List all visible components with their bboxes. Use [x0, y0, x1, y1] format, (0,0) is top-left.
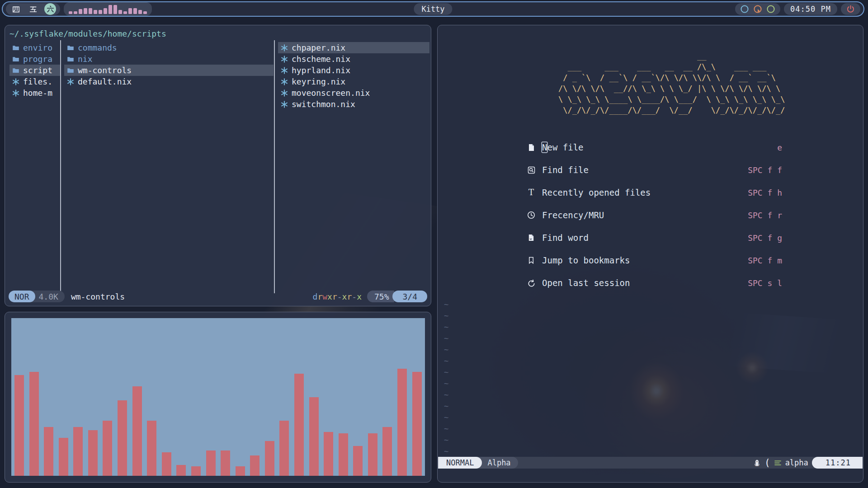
- menu-item-label: Jump to bookmarks: [542, 255, 630, 265]
- visualizer-bar: [44, 427, 53, 476]
- current-path: ~/.sysflake/modules/home/scripts: [9, 29, 166, 38]
- dashboard-menu-item[interactable]: Jump to bookmarksSPC f m: [526, 254, 782, 266]
- new-file-icon: [526, 143, 536, 152]
- column-divider: [60, 40, 61, 293]
- visualizer-bar: [103, 421, 112, 476]
- histogram-bar: [118, 10, 122, 14]
- session-icon: [526, 278, 536, 287]
- tilde-marker: ~: [444, 401, 448, 412]
- file-entry[interactable]: home-m: [9, 87, 60, 99]
- nix-icon: [278, 100, 288, 108]
- workspace-button-3[interactable]: [44, 3, 56, 15]
- nix-icon: [278, 78, 288, 85]
- dashboard-menu-item[interactable]: New filee: [526, 141, 782, 153]
- visualizer-bar: [206, 450, 216, 476]
- system-monitor-rings[interactable]: [735, 3, 780, 15]
- visualizer-bar: [353, 446, 363, 476]
- visualizer-bar: [88, 430, 98, 476]
- file-entry[interactable]: chpaper.nix: [278, 42, 429, 53]
- folder-icon: [64, 44, 75, 52]
- empty-line-tildes: ~~~~~~~~~~~~~~: [444, 299, 448, 457]
- tilde-marker: ~: [444, 378, 448, 389]
- tilde-marker: ~: [444, 423, 448, 435]
- list-lines-icon: [774, 459, 782, 467]
- file-entry[interactable]: progra: [9, 53, 60, 65]
- visualizer-bar: [132, 386, 142, 476]
- folder-icon: [64, 66, 75, 74]
- file-manager-window: ~/.sysflake/modules/home/scripts envirop…: [5, 25, 431, 306]
- visualizer-bar: [236, 466, 245, 476]
- file-entry[interactable]: hyprland.nix: [278, 65, 429, 76]
- menu-item-label: Find file: [542, 165, 589, 175]
- ring-blue[interactable]: [740, 5, 749, 14]
- file-entry[interactable]: files.: [9, 76, 60, 87]
- visualizer-bar: [118, 400, 127, 476]
- dashboard-menu: New filee Find fileSPC f fTRecently open…: [526, 141, 782, 300]
- visualizer-bar: [279, 421, 289, 476]
- file-entry[interactable]: script: [9, 65, 60, 76]
- visualizer-bars: [11, 318, 425, 476]
- ring-orange[interactable]: [753, 5, 762, 14]
- menu-item-shortcut: SPC f m: [748, 256, 782, 265]
- activity-histogram-widget[interactable]: [64, 2, 152, 16]
- recent-files-icon: T: [526, 188, 536, 197]
- top-status-bar: Kitty 04:50 PM: [2, 1, 864, 17]
- visualizer-bar: [191, 466, 201, 476]
- dashboard-menu-item[interactable]: Find fileSPC f f: [526, 164, 782, 176]
- dashboard-menu-item[interactable]: wFind wordSPC f g: [526, 232, 782, 244]
- dashboard-menu-item[interactable]: Open last sessionSPC s l: [526, 277, 782, 289]
- column-divider: [274, 40, 275, 293]
- workspace-button-1[interactable]: [10, 3, 22, 15]
- file-entry[interactable]: enviro: [9, 42, 60, 53]
- power-button[interactable]: [841, 3, 860, 15]
- nix-icon: [278, 66, 288, 74]
- histogram-bar: [74, 11, 77, 14]
- histogram-bar: [133, 8, 137, 14]
- neovim-window: __ ___ ___ ___ __ __ /\_\ ___ ___ / _ `\…: [437, 25, 863, 483]
- visualizer-bar: [309, 397, 319, 476]
- visualizer-bar: [250, 455, 259, 476]
- parent-directory-column: enviroprograscript files. home-m: [9, 42, 60, 99]
- histogram-bar: [108, 5, 112, 14]
- menu-item-label: Recently opened files: [542, 188, 651, 197]
- file-entry[interactable]: moveonscreen.nix: [278, 87, 429, 99]
- nix-icon: [278, 44, 288, 52]
- file-entry-name: chpaper.nix: [292, 43, 345, 52]
- histogram-bar: [104, 8, 107, 14]
- file-entry[interactable]: wm-controls: [64, 65, 274, 76]
- histogram-bar: [113, 5, 117, 14]
- find-file-icon: [526, 165, 536, 174]
- dashboard-menu-item[interactable]: Frecency/MRUSPC f r: [526, 209, 782, 221]
- file-entry[interactable]: nix: [64, 53, 274, 65]
- menu-item-shortcut: SPC f g: [748, 233, 782, 243]
- tilde-marker: ~: [444, 322, 448, 333]
- folder-icon: [9, 55, 20, 63]
- visualizer-bar: [324, 432, 333, 476]
- visualizer-bar: [162, 452, 171, 476]
- nix-icon: [278, 89, 288, 97]
- tilde-marker: ~: [444, 367, 448, 378]
- file-entry[interactable]: default.nix: [64, 76, 274, 87]
- tilde-marker: ~: [444, 412, 448, 423]
- tilde-marker: ~: [444, 310, 448, 322]
- ring-green[interactable]: [766, 5, 775, 14]
- workspace-button-2[interactable]: [27, 3, 39, 15]
- file-entry-name: script: [23, 66, 52, 75]
- menu-item-label: Open last session: [542, 278, 630, 288]
- file-entry-name: moveonscreen.nix: [292, 88, 370, 98]
- menu-item-label: Frecency/MRU: [542, 210, 604, 220]
- tilde-marker: ~: [444, 435, 448, 446]
- tilde-marker: ~: [444, 389, 448, 401]
- file-entry[interactable]: switchmon.nix: [278, 99, 429, 110]
- file-entry[interactable]: chscheme.nix: [278, 53, 429, 65]
- folder-icon: [9, 44, 20, 52]
- neovim-statusline: NORMAL Alpha ( alpha 11:21: [438, 457, 863, 469]
- file-entry[interactable]: commands: [64, 42, 274, 53]
- file-entry[interactable]: keyring.nix: [278, 76, 429, 87]
- visualizer-bar: [147, 421, 156, 476]
- tilde-marker: ~: [444, 299, 448, 310]
- file-entry-name: commands: [78, 43, 117, 52]
- dashboard-menu-item[interactable]: TRecently opened filesSPC f h: [526, 187, 782, 198]
- clock-widget[interactable]: 04:50 PM: [784, 3, 837, 15]
- bookmarks-icon: [526, 256, 536, 265]
